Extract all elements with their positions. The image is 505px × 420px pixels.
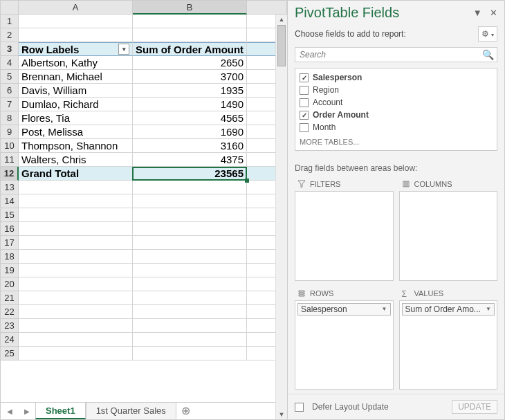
cell[interactable] — [19, 347, 133, 360]
row-header[interactable]: 12 — [1, 167, 19, 181]
cell[interactable] — [133, 347, 247, 360]
cell[interactable]: Post, Melissa — [19, 125, 133, 139]
pane-close-icon[interactable]: ✕ — [490, 8, 497, 18]
cell[interactable] — [133, 181, 247, 194]
cell[interactable] — [133, 222, 247, 236]
cell[interactable] — [133, 250, 247, 264]
row-header[interactable]: 25 — [1, 347, 19, 360]
row-header[interactable]: 15 — [1, 208, 19, 222]
cell[interactable] — [19, 305, 133, 319]
cell[interactable]: 23565 — [133, 167, 247, 181]
column-header-rest[interactable] — [247, 1, 287, 15]
cell[interactable] — [133, 305, 247, 319]
cell[interactable] — [133, 194, 247, 208]
cell[interactable] — [19, 250, 133, 264]
cell[interactable]: Brennan, Michael — [19, 70, 133, 84]
row-header[interactable]: 18 — [1, 250, 19, 264]
row-header[interactable]: 21 — [1, 291, 19, 305]
search-icon[interactable]: 🔍 — [479, 48, 497, 62]
cell[interactable] — [19, 222, 133, 236]
row-header[interactable]: 11 — [1, 153, 19, 167]
field-item[interactable]: Month — [298, 121, 494, 134]
cell[interactable]: 4565 — [133, 111, 247, 125]
gear-button[interactable]: ⚙ ▾ — [478, 26, 497, 42]
row-header[interactable]: 3 — [1, 42, 19, 56]
select-all-corner[interactable] — [1, 1, 19, 15]
cell[interactable] — [19, 277, 133, 291]
values-chip[interactable]: Sum of Order Amo...▼ — [402, 303, 495, 316]
cell[interactable] — [19, 236, 133, 250]
row-header[interactable]: 10 — [1, 139, 19, 153]
column-header-a[interactable]: A — [19, 1, 133, 15]
values-drop-area[interactable]: Sum of Order Amo...▼ — [399, 300, 498, 390]
cell[interactable]: Row Labels▾ — [19, 42, 133, 56]
row-header[interactable]: 4 — [1, 56, 19, 70]
row-header[interactable]: 23 — [1, 319, 19, 333]
vertical-scrollbar[interactable]: ▲ ▼ — [275, 15, 287, 419]
cell[interactable]: 3160 — [133, 139, 247, 153]
cell[interactable] — [19, 194, 133, 208]
checkbox-icon[interactable] — [300, 111, 309, 120]
field-search[interactable]: 🔍 — [295, 47, 497, 62]
tab-nav-arrows[interactable]: ◀▶ — [1, 408, 35, 415]
field-item[interactable]: Salesperson — [298, 71, 494, 84]
row-header[interactable]: 24 — [1, 333, 19, 347]
cell[interactable] — [133, 15, 247, 28]
cell[interactable]: 3700 — [133, 70, 247, 84]
cell[interactable] — [19, 181, 133, 194]
sheet-tab-active[interactable]: Sheet1 — [35, 403, 86, 419]
cell[interactable] — [19, 208, 133, 222]
row-header[interactable]: 7 — [1, 98, 19, 111]
cell[interactable]: 1490 — [133, 98, 247, 111]
row-header[interactable]: 17 — [1, 236, 19, 250]
cell[interactable] — [19, 264, 133, 277]
row-header[interactable]: 8 — [1, 111, 19, 125]
scrollbar-thumb[interactable] — [277, 25, 286, 66]
chevron-down-icon[interactable]: ▼ — [382, 306, 387, 312]
cell[interactable]: Sum of Order Amount — [133, 42, 247, 56]
cell[interactable]: Thompson, Shannon — [19, 139, 133, 153]
field-item[interactable]: Order Amount — [298, 109, 494, 121]
cell[interactable]: 2650 — [133, 56, 247, 70]
cell[interactable] — [19, 319, 133, 333]
field-item[interactable]: Account — [298, 96, 494, 109]
cell[interactable] — [19, 15, 133, 28]
cell[interactable] — [19, 291, 133, 305]
update-button[interactable]: UPDATE — [452, 400, 497, 414]
checkbox-icon[interactable] — [300, 98, 309, 107]
add-sheet-button[interactable]: ⊕ — [176, 403, 196, 419]
fill-handle[interactable] — [245, 179, 249, 183]
cell[interactable]: 1935 — [133, 84, 247, 98]
cell[interactable]: Grand Total — [19, 167, 133, 181]
search-input[interactable] — [295, 48, 479, 62]
row-header[interactable]: 20 — [1, 277, 19, 291]
pane-dropdown-icon[interactable]: ▼ — [473, 8, 482, 18]
cell[interactable]: Dumlao, Richard — [19, 98, 133, 111]
cell[interactable]: 4375 — [133, 153, 247, 167]
row-header[interactable]: 1 — [1, 15, 19, 28]
more-tables-link[interactable]: MORE TABLES... — [298, 134, 494, 147]
cell[interactable] — [133, 28, 247, 42]
cell[interactable] — [19, 333, 133, 347]
rows-chip[interactable]: Salesperson▼ — [297, 303, 391, 316]
row-header[interactable]: 13 — [1, 181, 19, 194]
rows-drop-area[interactable]: Salesperson▼ — [295, 300, 394, 390]
defer-layout-checkbox[interactable]: Defer Layout Update — [295, 402, 389, 412]
cell[interactable] — [133, 277, 247, 291]
cell[interactable] — [133, 333, 247, 347]
cell[interactable]: Davis, William — [19, 84, 133, 98]
row-header[interactable]: 9 — [1, 125, 19, 139]
cell[interactable] — [133, 291, 247, 305]
row-header[interactable]: 22 — [1, 305, 19, 319]
checkbox-icon[interactable] — [300, 123, 309, 132]
column-header-b[interactable]: B — [133, 1, 247, 15]
cell[interactable]: Albertson, Kathy — [19, 56, 133, 70]
cell[interactable] — [133, 208, 247, 222]
cell[interactable] — [133, 236, 247, 250]
columns-drop-area[interactable] — [399, 191, 498, 281]
filters-drop-area[interactable] — [295, 191, 394, 281]
field-item[interactable]: Region — [298, 84, 494, 96]
cell[interactable]: 1690 — [133, 125, 247, 139]
row-header[interactable]: 5 — [1, 70, 19, 84]
filter-dropdown-icon[interactable]: ▾ — [118, 44, 129, 55]
